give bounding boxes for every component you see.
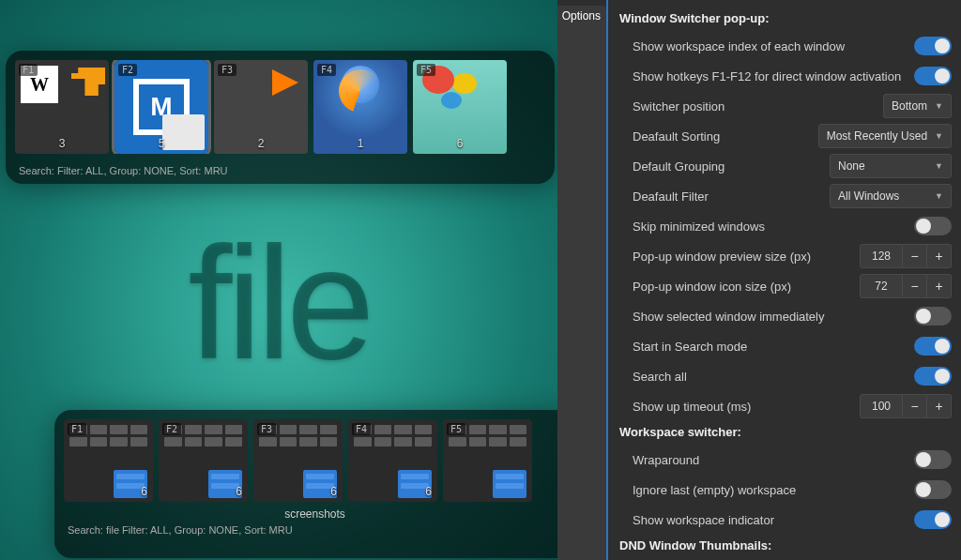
hotkey-badge: F5 [447, 423, 465, 435]
chevron-down-icon: ▼ [935, 191, 943, 201]
window-thumb[interactable]: F1 6 [64, 419, 153, 502]
label-start-search: Start in Search mode [633, 340, 914, 354]
workspace-index: 6 [141, 485, 147, 498]
toggle-skip-minimized[interactable] [914, 217, 952, 235]
toggle-start-search[interactable] [914, 337, 952, 356]
workspace-index: 5 [159, 137, 165, 150]
workspace-index: 1 [358, 137, 364, 150]
switcher-status: Search: Filter: ALL, Group: NONE, Sort: … [15, 154, 545, 176]
dropdown-default-sorting[interactable]: Most Recently Used ▼ [818, 124, 952, 148]
stepper-preview-size[interactable]: 128 − + [860, 244, 952, 268]
hotkey-badge: F2 [118, 64, 137, 76]
dropdown-value: All Windows [838, 189, 899, 203]
stepper-value[interactable]: 100 [860, 394, 903, 418]
label-skip-minimized: Skip minimized windows [633, 219, 914, 234]
label-default-sorting: Deafault Sorting [633, 129, 818, 144]
chevron-down-icon: ▼ [935, 161, 943, 171]
stepper-minus-button[interactable]: − [903, 394, 927, 418]
stepper-minus-button[interactable]: − [903, 274, 927, 298]
label-show-hotkeys: Show hotkeys F1-F12 for direct window ac… [633, 69, 914, 83]
selected-window-title: screenshots [64, 502, 557, 522]
label-show-workspace-index: Show workspace index of each window [633, 39, 914, 53]
preview-pane: file W F1 3 M F2 5 F3 2 F4 1 [0, 0, 557, 560]
dropdown-value: Most Recently Used [827, 129, 927, 143]
stepper-show-up-timeout[interactable]: 100 − + [860, 394, 952, 418]
dropdown-default-filter[interactable]: All Windows ▼ [830, 184, 952, 208]
label-icon-size: Pop-up window icon size (px) [633, 280, 860, 294]
window-thumb[interactable]: F5 [443, 419, 532, 502]
label-switcher-position: Switcher position [633, 99, 883, 114]
thumbnail-row: F1 6 F2 6 F3 6 F4 6 F5 [64, 419, 557, 502]
options-tab[interactable]: Options [557, 0, 608, 560]
label-show-selected-immediately: Show selected window immediately [633, 310, 914, 324]
stepper-minus-button[interactable]: − [903, 244, 927, 268]
hotkey-badge: F3 [218, 64, 236, 76]
label-show-indicator: Show workspace indicator [633, 513, 914, 527]
window-thumb[interactable]: F2 6 [159, 419, 248, 502]
window-thumb[interactable]: F5 6 [413, 60, 507, 154]
toggle-show-hotkeys[interactable] [914, 67, 952, 85]
toggle-wraparound[interactable] [914, 450, 952, 469]
workspace-index: 6 [330, 485, 337, 498]
hotkey-badge: F4 [352, 423, 371, 435]
chevron-down-icon: ▼ [935, 101, 943, 111]
toggle-show-indicator[interactable] [914, 510, 952, 529]
dropdown-default-grouping[interactable]: None ▼ [830, 154, 952, 178]
hotkey-badge: F3 [257, 423, 276, 435]
window-thumb[interactable]: W F1 3 [15, 60, 109, 154]
label-preview-size: Pop-up window preview size (px) [633, 250, 860, 264]
stepper-plus-button[interactable]: + [927, 244, 952, 268]
stepper-value[interactable]: 72 [860, 274, 903, 298]
stepper-plus-button[interactable]: + [927, 394, 952, 418]
background-text: file [0, 211, 557, 395]
switcher-status: Search: file Filter: ALL, Group: NONE, S… [64, 522, 557, 536]
stepper-value[interactable]: 128 [860, 244, 903, 268]
window-thumb[interactable]: F4 6 [348, 419, 437, 502]
dropdown-switcher-position[interactable]: Bottom ▼ [883, 94, 952, 118]
toggle-show-workspace-index[interactable] [914, 37, 952, 55]
section-header-dnd: DND Window Thumbnails: [619, 538, 952, 552]
stepper-icon-size[interactable]: 72 − + [860, 274, 952, 298]
label-ignore-last: Ignore last (empty) workspace [633, 483, 914, 497]
window-thumb[interactable]: F4 1 [313, 60, 407, 154]
workspace-index: 2 [258, 137, 265, 150]
workspace-index: 3 [59, 137, 66, 150]
label-default-grouping: Default Grouping [633, 159, 830, 174]
settings-body: Window Switcher pop-up: Show workspace i… [608, 0, 961, 560]
toggle-ignore-last[interactable] [914, 480, 952, 499]
window-thumb[interactable]: F3 6 [253, 419, 343, 502]
label-wraparound: Wraparound [633, 453, 914, 467]
label-search-all: Search all [633, 370, 914, 384]
hotkey-badge: F2 [162, 423, 181, 435]
hotkey-badge: F1 [68, 423, 86, 435]
workspace-index: 6 [457, 137, 464, 150]
thumbnail-row: W F1 3 M F2 5 F3 2 F4 1 F5 6 [15, 60, 545, 154]
workspace-index: 6 [425, 485, 432, 498]
hotkey-badge: F4 [317, 64, 336, 76]
section-header-window-switcher: Window Switcher pop-up: [619, 11, 952, 25]
hotkey-badge: F1 [19, 64, 38, 76]
toggle-search-all[interactable] [914, 367, 952, 386]
workspace-index: 6 [236, 485, 242, 498]
label-default-filter: Deafault Filter [633, 189, 830, 204]
dropdown-value: Bottom [892, 99, 927, 113]
window-thumb[interactable]: F3 2 [214, 60, 308, 154]
dropdown-value: None [838, 159, 865, 173]
section-header-workspace-switcher: Workspace switcher: [619, 425, 952, 439]
settings-pane: Options Window Switcher pop-up: Show wor… [557, 0, 961, 560]
window-switcher-popup-top: W F1 3 M F2 5 F3 2 F4 1 F5 6 [6, 51, 555, 184]
stepper-plus-button[interactable]: + [927, 274, 952, 298]
hotkey-badge: F5 [417, 64, 435, 76]
label-show-up-timeout: Show up timeout (ms) [633, 400, 860, 414]
chevron-down-icon: ▼ [935, 131, 943, 141]
options-tab-label: Options [557, 6, 606, 560]
toggle-show-selected-immediately[interactable] [914, 307, 952, 325]
window-thumb[interactable]: M F2 5 [114, 60, 208, 154]
window-switcher-popup-bottom: F1 6 F2 6 F3 6 F4 6 F5 [54, 410, 557, 558]
